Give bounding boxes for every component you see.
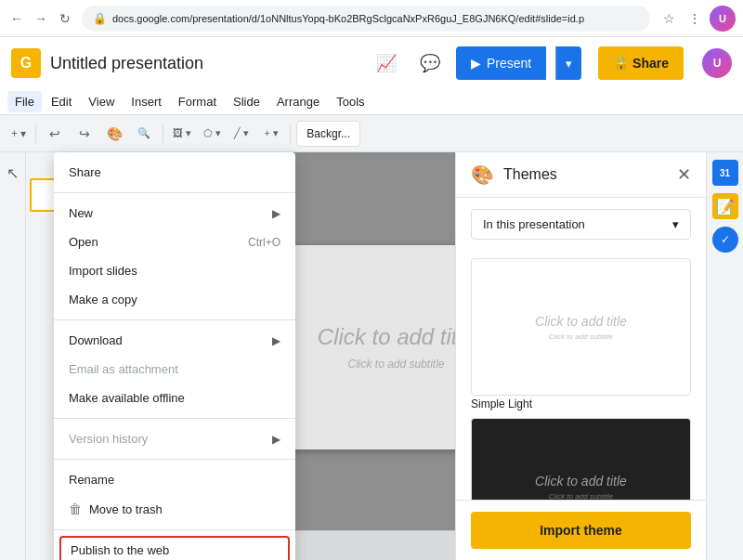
add-slide-button[interactable]: + ▾: [7, 121, 30, 147]
download-arrow: ▶: [272, 334, 280, 347]
back-button[interactable]: ←: [7, 9, 26, 28]
themes-palette-icon: 🎨: [471, 163, 494, 186]
themes-dropdown-label: In this presentation: [483, 217, 585, 231]
comment-button[interactable]: 💬: [413, 46, 447, 80]
menu-rename[interactable]: Rename: [54, 465, 295, 494]
theme-dark-subtitle: Click to add subtitle: [549, 492, 613, 500]
app-header: G Untitled presentation 📈 💬 ▶ Present ▾ …: [0, 37, 743, 89]
menu-item-arrange[interactable]: Arrange: [269, 91, 327, 112]
menu-download[interactable]: Download ▶: [54, 326, 295, 355]
separator-5: [54, 529, 295, 530]
url-text: docs.google.com/presentation/d/1oNNltusY…: [112, 13, 584, 24]
menu-item-slide[interactable]: Slide: [226, 91, 267, 112]
toolbar: + ▾ ↩ ↪ 🎨 🔍 🖼 ▾ ⬠ ▾ ╱ ▾ + ▾ Backgr...: [0, 115, 743, 152]
menu-item-tools[interactable]: Tools: [329, 91, 372, 112]
theme-dark-preview[interactable]: Click to add title Click to add subtitle…: [471, 418, 691, 500]
themes-title: Themes: [503, 166, 668, 183]
menu-item-file[interactable]: File: [7, 91, 42, 112]
right-sidebar: 31 📝 ✓: [706, 152, 743, 560]
share-button[interactable]: 🔒 Share: [598, 46, 684, 80]
theme-light-name: Simple Light: [471, 397, 691, 410]
forward-button[interactable]: →: [32, 9, 50, 28]
main-area: ↖ 1 Click to add title Click to add subt…: [0, 152, 743, 560]
url-bar[interactable]: 🔒 docs.google.com/presentation/d/1oNNltu…: [82, 6, 650, 32]
menu-item-view[interactable]: View: [81, 91, 122, 112]
menu-item-edit[interactable]: Edit: [44, 91, 79, 112]
themes-footer: Import theme: [456, 500, 706, 560]
themes-scroll: Click to add title Click to add subtitle…: [456, 251, 706, 500]
trend-icon: 📈: [376, 53, 397, 73]
themes-close-button[interactable]: ✕: [677, 164, 691, 185]
present-button[interactable]: ▶ Present: [456, 46, 546, 80]
browser-profile-avatar[interactable]: U: [710, 6, 736, 32]
check-icon[interactable]: ✓: [712, 227, 738, 253]
redo-button[interactable]: ↪: [72, 121, 98, 147]
chevron-down-icon: ▾: [672, 217, 679, 231]
browser-controls: ← → ↻: [7, 9, 74, 28]
trash-icon: 🗑: [69, 501, 82, 516]
slide-title[interactable]: Click to add title: [318, 324, 475, 350]
menu-import-slides[interactable]: Import slides: [54, 256, 295, 285]
browser-actions: ☆ ⋮ U: [658, 6, 736, 32]
menu-move-trash[interactable]: 🗑 Move to trash: [54, 494, 295, 524]
open-shortcut: Ctrl+O: [248, 236, 280, 249]
refresh-button[interactable]: ↻: [56, 9, 74, 28]
separator-3: [54, 418, 295, 419]
lock-icon: 🔒: [93, 12, 107, 25]
themes-header: 🎨 Themes ✕: [456, 152, 706, 198]
theme-light-title: Click to add title: [535, 314, 627, 329]
menu-make-copy[interactable]: Make a copy: [54, 285, 295, 314]
toolbar-separator-3: [290, 124, 291, 143]
play-icon: ▶: [471, 56, 481, 71]
separator-1: [54, 192, 295, 193]
toolbar-separator-2: [163, 124, 163, 143]
insert-button[interactable]: + ▾: [258, 121, 284, 147]
theme-light-thumbnail[interactable]: Click to add title Click to add subtitle: [471, 258, 691, 396]
notes-icon[interactable]: 📝: [712, 193, 738, 219]
menu-new[interactable]: New ▶: [54, 199, 295, 228]
user-avatar[interactable]: U: [702, 48, 732, 78]
star-button[interactable]: ☆: [658, 7, 680, 30]
browser-menu-button[interactable]: ⋮: [684, 7, 706, 30]
menu-offline[interactable]: Make available offline: [54, 384, 295, 412]
line-button[interactable]: ╱ ▾: [228, 121, 254, 147]
menu-open[interactable]: Open Ctrl+O: [54, 228, 295, 256]
menu-version-history: Version history ▶: [54, 424, 295, 453]
themes-panel: 🎨 Themes ✕ In this presentation ▾ Click …: [455, 152, 706, 560]
toolbar-separator-1: [35, 124, 36, 143]
menu-email-attachment: Email as attachment: [54, 355, 295, 384]
select-tool[interactable]: ↖: [0, 160, 26, 186]
undo-button[interactable]: ↩: [42, 121, 68, 147]
separator-4: [54, 459, 295, 460]
theme-dark-thumbnail[interactable]: Click to add title Click to add subtitle: [471, 418, 691, 500]
slide-subtitle[interactable]: Click to add subtitle: [347, 358, 444, 371]
theme-dark-title: Click to add title: [535, 474, 627, 488]
menu-share[interactable]: Share: [54, 158, 295, 187]
zoom-button[interactable]: 🔍: [131, 121, 157, 147]
new-arrow: ▶: [272, 207, 280, 220]
version-arrow: ▶: [272, 433, 280, 446]
theme-light-subtitle: Click to add subtitle: [549, 332, 613, 341]
side-tools: ↖: [0, 152, 26, 560]
file-menu-dropdown: Share New ▶ Open Ctrl+O Import slides Ma…: [54, 152, 295, 560]
chevron-down-icon: ▾: [566, 57, 572, 71]
menu-item-insert[interactable]: Insert: [124, 91, 169, 112]
present-dropdown-button[interactable]: ▾: [555, 46, 581, 80]
presentation-title[interactable]: Untitled presentation: [50, 54, 203, 73]
browser-chrome: ← → ↻ 🔒 docs.google.com/presentation/d/1…: [0, 0, 743, 37]
import-theme-button[interactable]: Import theme: [471, 512, 691, 549]
menu-bar: File Edit View Insert Format Slide Arran…: [0, 89, 743, 115]
shape-button[interactable]: ⬠ ▾: [199, 121, 225, 147]
background-button[interactable]: Backgr...: [296, 121, 360, 147]
paint-button[interactable]: 🎨: [101, 121, 127, 147]
present-label: Present: [487, 56, 531, 71]
theme-light-preview[interactable]: Click to add title Click to add subtitle…: [471, 258, 691, 410]
calendar-icon[interactable]: 31: [712, 160, 738, 186]
google-slides-logo: G: [11, 48, 41, 78]
separator-2: [54, 319, 295, 320]
image-button[interactable]: 🖼 ▾: [169, 121, 195, 147]
menu-publish-web[interactable]: Publish to the web: [59, 536, 290, 560]
menu-item-format[interactable]: Format: [171, 91, 224, 112]
themes-dropdown[interactable]: In this presentation ▾: [471, 209, 691, 240]
